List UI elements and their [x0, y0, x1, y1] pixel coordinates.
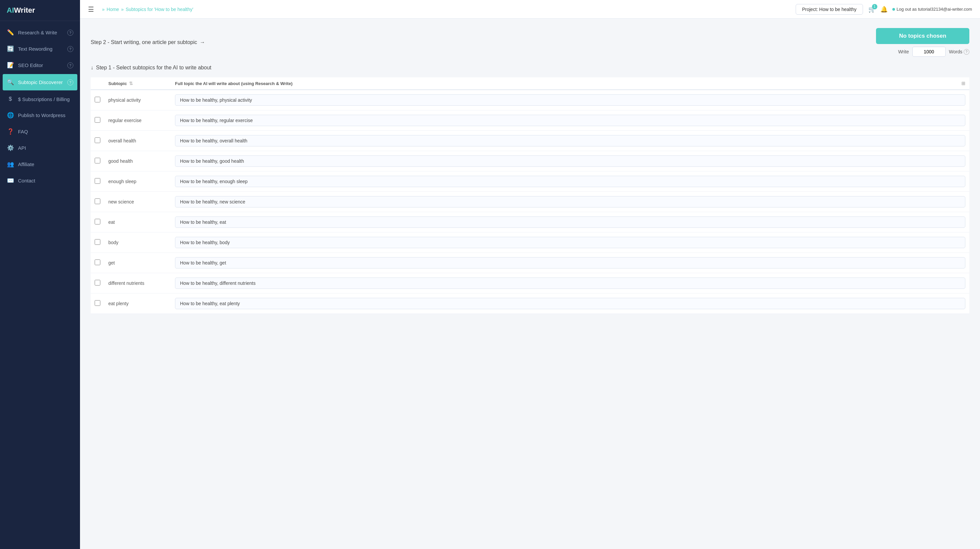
- row-checkbox-9[interactable]: [95, 280, 100, 286]
- sidebar-label-faq: FAQ: [18, 129, 28, 134]
- full-topic-input-8[interactable]: [175, 257, 965, 268]
- full-topic-input-9[interactable]: [175, 278, 965, 289]
- th-full-topic: Full topic the AI will write about (usin…: [171, 77, 969, 90]
- cell-subtopic-9: different nutrients: [104, 273, 171, 294]
- sidebar-icon-publish-to-wordpress: 🌐: [7, 112, 14, 119]
- sidebar-icon-faq: ❓: [7, 128, 14, 135]
- sidebar-icon-contact: ✉️: [7, 177, 14, 184]
- cell-subtopic-5: new science: [104, 192, 171, 212]
- row-checkbox-2[interactable]: [95, 137, 100, 143]
- sidebar-label-affiliate: Affiliate: [18, 161, 34, 167]
- sidebar-item-publish-to-wordpress[interactable]: 🌐 Publish to Wordpress: [0, 107, 80, 123]
- cell-full-topic-8: [171, 253, 969, 273]
- full-topic-input-6[interactable]: [175, 217, 965, 228]
- th-subtopic-content: Subtopic ⇅: [108, 81, 167, 86]
- table-row: body: [91, 233, 969, 253]
- full-topic-input-10[interactable]: [175, 298, 965, 309]
- cell-checkbox-4: [91, 171, 104, 192]
- table-row: enough sleep: [91, 171, 969, 192]
- sidebar-item-contact[interactable]: ✉️ Contact: [0, 172, 80, 189]
- cell-subtopic-4: enough sleep: [104, 171, 171, 192]
- header: ☰ » Home » Subtopics for 'How to be heal…: [80, 0, 980, 19]
- col-full-topic-label: Full topic the AI will write about (usin…: [175, 81, 292, 86]
- row-checkbox-0[interactable]: [95, 97, 100, 102]
- full-topic-input-3[interactable]: [175, 155, 965, 167]
- row-checkbox-4[interactable]: [95, 178, 100, 184]
- table-row: eat plenty: [91, 294, 969, 314]
- sidebar-item-text-rewording[interactable]: 🔄 Text Rewording ?: [0, 41, 80, 57]
- table-row: eat: [91, 212, 969, 233]
- breadcrumb-home[interactable]: Home: [107, 7, 119, 12]
- step2-label: Step 2 - Start writing, one article per …: [91, 39, 197, 45]
- words-help-icon[interactable]: ?: [964, 49, 969, 55]
- cell-checkbox-0: [91, 90, 104, 110]
- row-checkbox-6[interactable]: [95, 219, 100, 225]
- sidebar-label-api: API: [18, 145, 26, 151]
- cell-subtopic-0: physical activity: [104, 90, 171, 110]
- step1-label: Step 1 - Select subtopics for the AI to …: [96, 65, 212, 71]
- hamburger-icon[interactable]: ☰: [88, 5, 94, 13]
- row-checkbox-10[interactable]: [95, 300, 100, 306]
- sidebar-icon-subscriptions-billing: $: [7, 96, 14, 102]
- no-topics-button[interactable]: No topics chosen: [876, 28, 969, 44]
- help-icon-seo-editor[interactable]: ?: [67, 62, 73, 69]
- help-icon-text-rewording[interactable]: ?: [67, 46, 73, 52]
- cell-subtopic-1: regular exercise: [104, 110, 171, 131]
- cell-checkbox-8: [91, 253, 104, 273]
- logo-ai: AI: [7, 6, 14, 14]
- sidebar-nav: ✏️ Research & Write ? 🔄 Text Rewording ?…: [0, 21, 80, 549]
- cell-full-topic-6: [171, 212, 969, 233]
- write-row: Write Words ?: [898, 47, 969, 57]
- sidebar-item-seo-editor[interactable]: 📝 SEO Editor ?: [0, 57, 80, 73]
- sidebar-item-subscriptions-billing[interactable]: $ $ Subscriptions / Billing: [0, 91, 80, 107]
- sidebar-icon-seo-editor: 📝: [7, 62, 14, 69]
- notification-bell-wrap: 🛒 1: [868, 6, 876, 13]
- full-topic-input-5[interactable]: [175, 196, 965, 207]
- row-checkbox-1[interactable]: [95, 117, 100, 123]
- row-checkbox-8[interactable]: [95, 260, 100, 265]
- sidebar-item-affiliate[interactable]: 👥 Affiliate: [0, 156, 80, 172]
- sidebar-icon-text-rewording: 🔄: [7, 45, 14, 53]
- notification-badge: 1: [872, 4, 877, 10]
- cell-checkbox-1: [91, 110, 104, 131]
- row-checkbox-3[interactable]: [95, 158, 100, 163]
- step2-right: No topics chosen Write Words ?: [876, 28, 969, 57]
- help-icon-research-write[interactable]: ?: [67, 30, 73, 36]
- table-row: new science: [91, 192, 969, 212]
- full-topic-input-0[interactable]: [175, 94, 965, 106]
- sidebar-item-subtopic-discoverer[interactable]: 🔍 Subtopic Discoverer ?: [3, 74, 77, 90]
- write-input[interactable]: [912, 47, 946, 57]
- words-label-wrap: Words ?: [949, 49, 969, 55]
- row-checkbox-5[interactable]: [95, 198, 100, 204]
- sidebar-item-faq[interactable]: ❓ FAQ: [0, 123, 80, 140]
- cell-subtopic-6: eat: [104, 212, 171, 233]
- help-icon-subtopic-discoverer[interactable]: ?: [67, 80, 73, 85]
- sidebar-item-research-write[interactable]: ✏️ Research & Write ?: [0, 24, 80, 41]
- cell-full-topic-7: [171, 233, 969, 253]
- cell-subtopic-10: eat plenty: [104, 294, 171, 314]
- full-topic-input-2[interactable]: [175, 135, 965, 147]
- logo: AIWriter: [0, 0, 80, 21]
- cell-full-topic-2: [171, 131, 969, 151]
- sidebar-icon-subtopic-discoverer: 🔍: [7, 79, 14, 86]
- subtopic-table: Subtopic ⇅ Full topic the AI will write …: [91, 77, 969, 314]
- cell-full-topic-9: [171, 273, 969, 294]
- step1-arrow: ↓: [91, 65, 93, 71]
- full-topic-input-1[interactable]: [175, 115, 965, 126]
- cell-subtopic-3: good health: [104, 151, 171, 171]
- sidebar-item-api[interactable]: ⚙️ API: [0, 140, 80, 156]
- breadcrumb-page: Subtopics for 'How to be healthy': [126, 7, 193, 12]
- sidebar-label-research-write: Research & Write: [18, 30, 57, 35]
- project-button[interactable]: Project: How to be healthy: [795, 4, 863, 15]
- cell-full-topic-3: [171, 151, 969, 171]
- logo-writer: Writer: [14, 6, 35, 14]
- sidebar-label-seo-editor: SEO Editor: [18, 62, 43, 68]
- sidebar-label-contact: Contact: [18, 178, 35, 184]
- sidebar: AIWriter ✏️ Research & Write ? 🔄 Text Re…: [0, 0, 80, 549]
- row-checkbox-7[interactable]: [95, 239, 100, 245]
- cell-checkbox-3: [91, 151, 104, 171]
- full-topic-input-7[interactable]: [175, 237, 965, 248]
- full-topic-input-4[interactable]: [175, 176, 965, 187]
- bell-icon[interactable]: 🔔: [880, 6, 888, 13]
- cell-checkbox-10: [91, 294, 104, 314]
